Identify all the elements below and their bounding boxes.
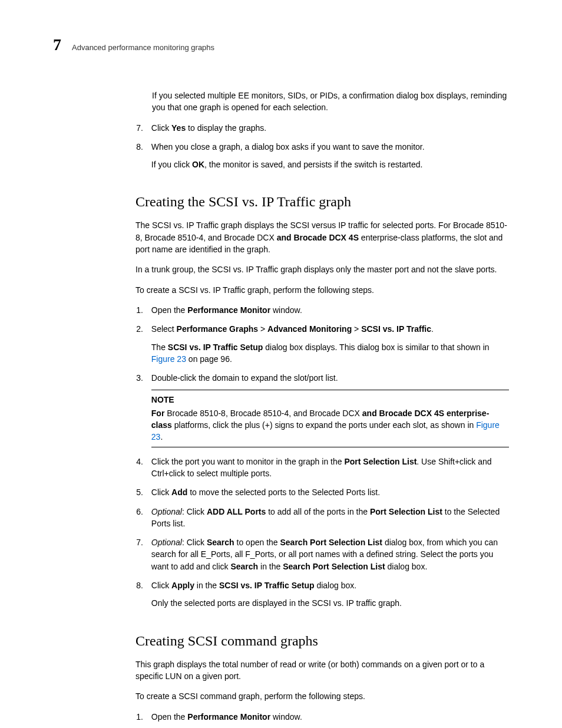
step-6: Optional: Click ADD ALL Ports to add all… [146,506,509,530]
menu-label: SCSI vs. IP Traffic [361,324,431,334]
port-selection-label: Port Selection List [344,457,416,466]
section-heading-scsi-cmd: Creating SCSI command graphs [135,633,509,649]
text: window. [270,305,302,315]
yes-label: Yes [171,123,186,133]
text: platforms, click the plus (+) signs to e… [172,420,476,430]
text: , the monitor is saved, and persists if … [204,160,422,169]
main-content: If you selected multiple EE monitors, SI… [135,90,509,728]
page-header: 7 Advanced performance monitoring graphs [53,35,509,54]
chapter-number: 7 [53,35,61,54]
paragraph: To create a SCSI vs. IP Traffic graph, p… [135,284,509,296]
step-8-sub: Only the selected ports are displayed in… [151,597,509,609]
text: If you click [151,160,192,169]
step-8: When you close a graph, a dialog box ask… [146,141,509,171]
text: dialog box. [385,562,428,571]
text: dialog box displays. This dialog box is … [263,342,489,352]
search-port-list-label: Search Port Selection List [283,562,385,571]
text: in the [258,562,283,571]
optional-label: Optional [151,507,182,516]
text: to move the selected ports to the Select… [187,487,380,497]
text: Click [151,123,171,133]
text: Click the port you want to monitor in th… [151,457,345,466]
step-7: Optional: Click Search to open the Searc… [146,536,509,572]
step-5: Click Add to move the selected ports to … [146,486,509,498]
section2-steps: Open the Performance Monitor window. Sel… [146,711,509,729]
port-selection-label: Port Selection List [370,507,442,516]
text: Double-click the domain to expand the sl… [151,373,338,383]
menu-label: Advanced Monitoring [267,324,352,334]
text: > [352,324,361,334]
add-label: Add [171,487,187,497]
text: window. [270,712,302,722]
perf-monitor-label: Performance Monitor [187,712,270,722]
note-box: NOTE For Brocade 8510-8, Brocade 8510-4,… [151,390,509,447]
search-port-list-label: Search Port Selection List [280,538,383,547]
chapter-title: Advanced performance monitoring graphs [72,43,214,52]
text: on page 96. [186,354,232,364]
add-all-label: ADD ALL Ports [207,507,266,516]
text: . [160,432,163,442]
text: : Click [182,507,207,516]
text: > [258,324,267,334]
text: Select [151,324,177,334]
text: The [151,342,168,352]
section1-steps: Open the Performance Monitor window. Sel… [146,304,509,610]
figure-link[interactable]: Figure 23 [151,354,186,364]
menu-label: Performance Graphs [177,324,259,334]
paragraph: To create a SCSI command graph, perform … [135,690,509,702]
perf-monitor-label: Performance Monitor [187,305,270,315]
search-label: Search [230,562,258,571]
text-bold: For [151,409,165,418]
step-7: Click Yes to display the graphs. [146,122,509,134]
dialog-label: SCSI vs. IP Traffic Setup [168,342,263,352]
section-heading-scsi-ip: Creating the SCSI vs. IP Traffic graph [135,194,509,210]
step-2: Select Performance Graphs > Advanced Mon… [146,323,509,365]
step-1: Open the Performance Monitor window. [146,304,509,316]
step-4: Click the port you want to monitor in th… [146,456,509,480]
step-8-sub: If you click OK, the monitor is saved, a… [151,159,509,170]
continuation-steps: Click Yes to display the graphs. When yo… [146,122,509,171]
text: Open the [151,712,188,722]
text: Open the [151,305,188,315]
text: to open the [234,538,280,547]
step-8: Click Apply in the SCSI vs. IP Traffic S… [146,579,509,610]
optional-label: Optional [151,538,182,547]
step-2-sub: The SCSI vs. IP Traffic Setup dialog box… [151,341,509,365]
note-label: NOTE [151,394,509,406]
step-1: Open the Performance Monitor window. [146,711,509,723]
step-3: Double-click the domain to expand the sl… [146,372,509,447]
text: in the [194,581,219,590]
intro-paragraph: If you selected multiple EE monitors, SI… [152,90,509,114]
text: to add all of the ports in the [266,507,370,516]
text: When you close a graph, a dialog box ask… [151,142,425,151]
text: Click [151,581,171,590]
text-bold: and Brocade DCX 4S [277,233,359,242]
dialog-label: SCSI vs. IP Traffic Setup [219,581,315,590]
ok-label: OK [192,160,204,169]
page-container: 7 Advanced performance monitoring graphs… [0,0,562,728]
search-label: Search [207,538,234,547]
text: . [431,324,434,334]
text: Brocade 8510-8, Brocade 8510-4, and Broc… [164,409,362,418]
text: : Click [182,538,207,547]
text: Click [151,487,171,497]
apply-label: Apply [171,581,194,590]
paragraph: This graph displays the total number of … [135,658,509,683]
paragraph: In a trunk group, the SCSI vs. IP Traffi… [135,263,509,275]
text: dialog box. [315,581,357,590]
text: to display the graphs. [186,123,266,133]
paragraph: The SCSI vs. IP Traffic graph displays t… [135,219,509,255]
